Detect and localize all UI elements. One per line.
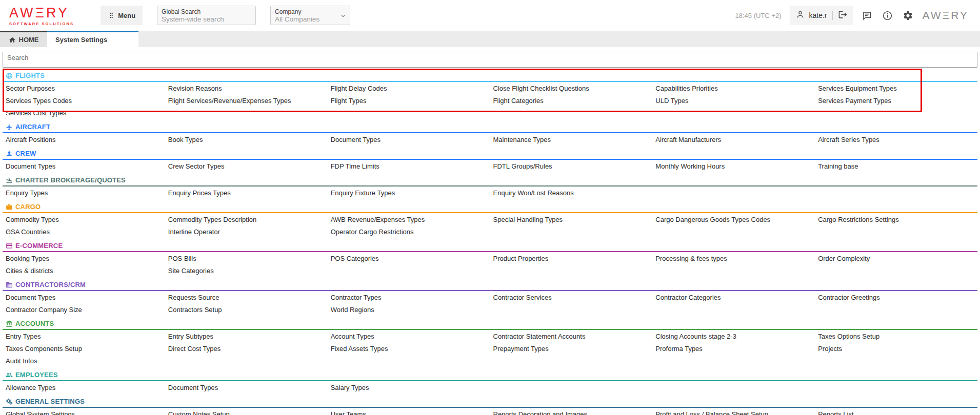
settings-link[interactable]: Enquiry Won/Lost Reasons: [490, 186, 653, 199]
settings-link[interactable]: Interline Operator: [165, 225, 328, 238]
settings-link[interactable]: Contractor Statement Accounts: [490, 330, 653, 342]
settings-link[interactable]: Closing Accounts stage 2-3: [652, 330, 815, 342]
settings-link[interactable]: Audit Infos: [3, 355, 165, 367]
settings-link[interactable]: Enquiry Types: [3, 186, 165, 199]
settings-link[interactable]: AWB Revenue/Expenses Types: [328, 213, 490, 225]
settings-link[interactable]: Global System Settings: [3, 408, 165, 415]
settings-link[interactable]: Commodity Types: [3, 213, 165, 225]
settings-link[interactable]: Document Types: [165, 381, 328, 393]
settings-link[interactable]: FDTL Groups/Rules: [490, 160, 653, 172]
settings-section-employees: EMPLOYEES Allowance TypesDocument TypesS…: [3, 367, 977, 393]
settings-link[interactable]: Flight Categories: [490, 94, 653, 107]
info-button[interactable]: [881, 9, 894, 22]
settings-link[interactable]: Cities & districts: [3, 264, 165, 277]
settings-link[interactable]: Flight Types: [328, 94, 490, 107]
settings-link[interactable]: Allowance Types: [3, 381, 165, 393]
chevron-down-icon: [339, 12, 347, 22]
settings-link[interactable]: Training base: [815, 160, 977, 172]
section-title: EMPLOYEES: [15, 371, 58, 379]
settings-link[interactable]: Aircraft Manufacturers: [652, 133, 815, 146]
awery-wordmark: AWΞRY: [923, 9, 969, 22]
settings-link[interactable]: Contractor Greetings: [815, 291, 977, 303]
gear-icon: [903, 10, 913, 21]
settings-link[interactable]: Services Equipment Types: [815, 82, 977, 94]
settings-link[interactable]: Reports Decoration and Images: [490, 408, 653, 415]
settings-link[interactable]: Enquiry Prices Types: [165, 186, 328, 199]
feedback-button[interactable]: [861, 9, 873, 22]
settings-link[interactable]: Document Types: [328, 133, 490, 146]
global-search-field[interactable]: Global Search System-wide search: [157, 6, 256, 25]
settings-link[interactable]: Prepayment Types: [490, 342, 653, 355]
settings-link[interactable]: Aircraft Series Types: [815, 133, 977, 146]
settings-link[interactable]: Flight Delay Codes: [328, 82, 490, 94]
settings-link[interactable]: Contractor Company Size: [3, 303, 165, 316]
settings-link[interactable]: Services Payment Types: [815, 94, 977, 107]
settings-link[interactable]: Contractor Types: [328, 291, 490, 303]
settings-link[interactable]: Salary Types: [328, 381, 490, 393]
settings-link[interactable]: Fixed Assets Types: [328, 342, 490, 355]
section-links: Aircraft PositionsBook TypesDocument Typ…: [3, 133, 977, 146]
settings-link[interactable]: Cargo Dangerous Goods Types Codes: [652, 213, 815, 225]
settings-link[interactable]: Revision Reasons: [165, 82, 328, 94]
settings-link[interactable]: Commodity Types Description: [165, 213, 328, 225]
settings-link[interactable]: Cargo Restrictions Settings: [815, 213, 977, 225]
search-input[interactable]: [3, 52, 977, 68]
menu-button[interactable]: Menu: [101, 6, 143, 25]
user-menu[interactable]: kate.r: [790, 6, 852, 25]
settings-link[interactable]: Crew Sector Types: [165, 160, 328, 172]
settings-link[interactable]: Document Types: [3, 160, 165, 172]
settings-link[interactable]: Processing & fees types: [652, 252, 815, 264]
settings-link[interactable]: Sector Purposes: [3, 82, 165, 94]
settings-link[interactable]: Product Properties: [490, 252, 653, 264]
settings-link[interactable]: Maintenance Types: [490, 133, 653, 146]
settings-link[interactable]: Close Flight Checklist Questions: [490, 82, 653, 94]
settings-link[interactable]: Custom Notes Setup: [165, 408, 328, 415]
settings-link[interactable]: Account Types: [328, 330, 490, 342]
settings-link[interactable]: Order Complexity: [815, 252, 977, 264]
settings-link[interactable]: Profit and Loss / Balance Sheet Setup: [652, 408, 815, 415]
settings-link[interactable]: Site Categories: [165, 264, 328, 277]
settings-link[interactable]: ULD Types: [652, 94, 815, 107]
settings-link[interactable]: Special Handling Types: [490, 213, 653, 225]
company-select[interactable]: Company All Companies: [270, 6, 350, 25]
settings-link[interactable]: Direct Cost Types: [165, 342, 328, 355]
settings-link[interactable]: Requests Source: [165, 291, 328, 303]
settings-link[interactable]: FDP Time Limits: [328, 160, 490, 172]
settings-link[interactable]: Capabilities Priorities: [652, 82, 815, 94]
settings-link[interactable]: Aircraft Positions: [3, 133, 165, 146]
settings-link[interactable]: Flight Services/Revenue/Expenses Types: [165, 94, 328, 107]
settings-link[interactable]: POS Categories: [328, 252, 490, 264]
settings-link[interactable]: POS Bills: [165, 252, 328, 264]
settings-link[interactable]: Enquiry Fixture Types: [328, 186, 490, 199]
logout-icon[interactable]: [838, 10, 848, 22]
card-icon: [6, 242, 13, 250]
settings-button[interactable]: [902, 9, 914, 22]
settings-link[interactable]: Document Types: [3, 291, 165, 303]
settings-link[interactable]: Entry Subtypes: [165, 330, 328, 342]
tab-home[interactable]: HOME: [0, 31, 47, 47]
tab-system-settings[interactable]: System Settings: [47, 31, 138, 47]
settings-link[interactable]: User Teams: [328, 408, 490, 415]
settings-link[interactable]: Services Cost Types: [3, 107, 165, 119]
settings-link[interactable]: GSA Countries: [3, 225, 165, 238]
info-icon: [882, 10, 893, 21]
settings-link[interactable]: Monthly Working Hours: [652, 160, 815, 172]
chat-icon: [862, 10, 872, 21]
settings-link[interactable]: Services Types Codes: [3, 94, 165, 107]
settings-link[interactable]: Booking Types: [3, 252, 165, 264]
settings-link[interactable]: Book Types: [165, 133, 328, 146]
settings-link[interactable]: Reports List: [815, 408, 977, 415]
settings-link[interactable]: Entry Types: [3, 330, 165, 342]
section-header: CREW: [3, 149, 977, 160]
settings-link[interactable]: Contractor Services: [490, 291, 653, 303]
settings-section-general: GENERAL SETTINGS Global System SettingsC…: [3, 393, 977, 415]
settings-link[interactable]: Proforma Types: [652, 342, 815, 355]
settings-link[interactable]: World Regions: [328, 303, 490, 316]
settings-link[interactable]: Projects: [815, 342, 977, 355]
settings-link[interactable]: Taxes Options Setup: [815, 330, 977, 342]
settings-link[interactable]: Contractors Setup: [165, 303, 328, 316]
settings-link[interactable]: Taxes Components Setup: [3, 342, 165, 355]
settings-link[interactable]: Operator Cargo Restrictions: [328, 225, 490, 238]
section-links: Booking TypesPOS BillsPOS CategoriesProd…: [3, 252, 977, 277]
settings-link[interactable]: Contractor Categories: [652, 291, 815, 303]
